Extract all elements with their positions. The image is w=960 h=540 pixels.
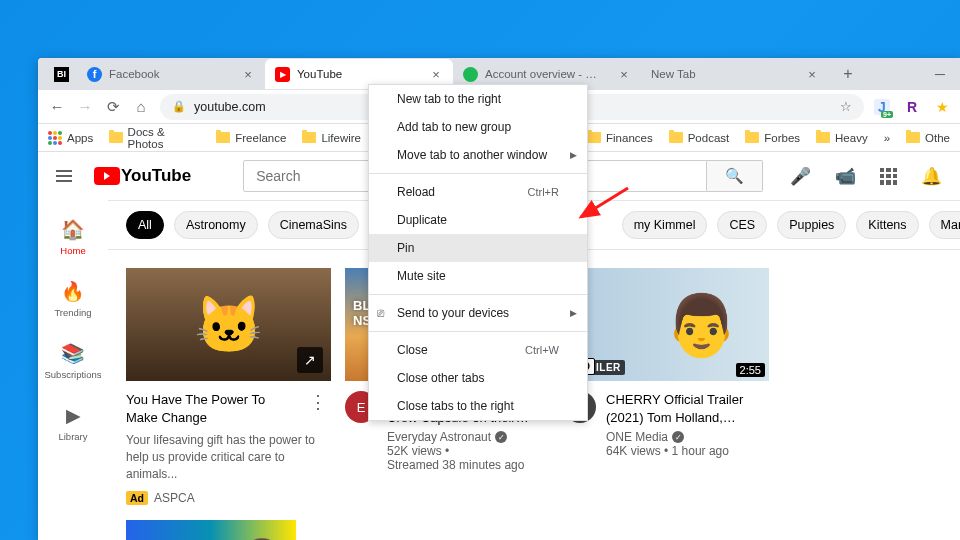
folder-icon [816, 132, 830, 143]
bookmark-apps[interactable]: Apps [48, 131, 93, 145]
filter-chip[interactable]: All [126, 211, 164, 239]
video-thumbnail[interactable]: TRAILER HD 2:55 [564, 268, 769, 381]
trending-icon: 🔥 [61, 280, 85, 303]
bookmark-folder[interactable]: Lifewire [302, 132, 361, 144]
folder-icon [669, 132, 683, 143]
filter-chip[interactable]: Kittens [856, 211, 918, 239]
search-button[interactable]: 🔍 [707, 160, 763, 192]
star-icon[interactable]: ☆ [840, 99, 852, 114]
verified-icon: ✓ [495, 431, 507, 443]
video-thumbnail[interactable]: ↗ [126, 268, 331, 381]
more-icon[interactable]: ⋮ [305, 391, 331, 413]
tab-newtab[interactable]: New Tab × [641, 59, 829, 89]
video-title: You Have The Power To Make Change [126, 391, 299, 426]
lock-icon: 🔒 [172, 100, 186, 113]
video-card[interactable]: TRAILER HD 2:55 O CHERRY Official Traile… [564, 268, 769, 506]
tab-facebook[interactable]: f Facebook × [77, 59, 265, 89]
verified-icon: ✓ [672, 431, 684, 443]
favicon-bi: BI [54, 67, 69, 82]
sidebar-item-home[interactable]: 🏠Home [38, 206, 108, 268]
filter-chip[interactable]: CES [717, 211, 767, 239]
bookmark-folder[interactable]: Forbes [745, 132, 800, 144]
filter-chip[interactable]: CinemaSins [268, 211, 359, 239]
filter-chip[interactable]: my Kimmel [622, 211, 708, 239]
filter-chip[interactable]: Marvel Cinemat [929, 211, 960, 239]
close-icon[interactable]: × [241, 67, 255, 81]
video-meta: 52K views • [387, 444, 550, 458]
close-icon[interactable]: × [429, 67, 443, 81]
ctx-pin[interactable]: Pin [369, 234, 587, 262]
sidebar-item-subscriptions[interactable]: 📚Subscriptions [38, 330, 108, 392]
bookmark-folder[interactable]: Othe [906, 132, 950, 144]
folder-icon [745, 132, 759, 143]
ctx-new-tab-right[interactable]: New tab to the right [369, 85, 587, 113]
voice-search-icon[interactable]: 🎤 [790, 166, 811, 187]
apps-grid-icon[interactable] [880, 168, 897, 185]
ctx-close[interactable]: CloseCtrl+W [369, 336, 587, 364]
filter-chip[interactable]: Puppies [777, 211, 846, 239]
home-icon: 🏠 [61, 218, 85, 241]
ctx-move-window[interactable]: Move tab to another window▶ [369, 141, 587, 169]
folder-icon [109, 132, 122, 143]
ctx-mute[interactable]: Mute site [369, 262, 587, 290]
bookmarks-overflow[interactable]: » [884, 132, 890, 144]
separator [369, 173, 587, 174]
bookmark-folder[interactable]: Docs & Photos [109, 126, 200, 150]
back-button[interactable]: ← [48, 98, 66, 116]
ctx-reload[interactable]: ReloadCtrl+R [369, 178, 587, 206]
separator [369, 331, 587, 332]
external-link-icon: ↗ [297, 347, 323, 373]
separator [369, 294, 587, 295]
ctx-send-devices[interactable]: ⎚Send to your devices▶ [369, 299, 587, 327]
youtube-logo[interactable]: YouTube [94, 166, 191, 186]
ad-description: Your lifesaving gift has the power to he… [126, 432, 331, 482]
sidebar-item-library[interactable]: ▶Library [38, 392, 108, 454]
reload-button[interactable]: ⟳ [104, 98, 122, 116]
bookmark-folder[interactable]: Podcast [669, 132, 730, 144]
video-meta: 64K views • 1 hour ago [606, 444, 769, 458]
ctx-add-to-group[interactable]: Add tab to new group [369, 113, 587, 141]
tab-title: New Tab [651, 68, 696, 80]
channel-name[interactable]: Everyday Astronaut✓ [387, 430, 550, 444]
favicon-facebook: f [87, 67, 102, 82]
video-meta: Streamed 38 minutes ago [387, 458, 550, 472]
duration-badge: 2:55 [736, 363, 765, 377]
url-text: youtube.com [194, 100, 266, 114]
extension-icon[interactable]: J9+ [874, 99, 890, 115]
video-card[interactable]: L Incitement: Is the Presiden Guilty of … [126, 520, 296, 540]
close-icon[interactable]: × [617, 67, 631, 81]
favicon-spotify [463, 67, 478, 82]
extension-icon-star[interactable]: ★ [934, 99, 950, 115]
notifications-icon[interactable]: 🔔 [921, 166, 942, 187]
ctx-close-right[interactable]: Close tabs to the right [369, 392, 587, 420]
video-card[interactable]: ↗ You Have The Power To Make Change ⋮ Yo… [126, 268, 331, 506]
chevron-right-icon: ▶ [570, 150, 577, 160]
channel-name[interactable]: ONE Media✓ [606, 430, 769, 444]
sidebar-item-trending[interactable]: 🔥Trending [38, 268, 108, 330]
ctx-duplicate[interactable]: Duplicate [369, 206, 587, 234]
minimize-button[interactable]: ─ [920, 58, 960, 90]
tab-title: Account overview - Spotify [485, 68, 600, 80]
forward-button[interactable]: → [76, 98, 94, 116]
menu-icon[interactable] [56, 170, 72, 182]
bookmark-folder[interactable]: Freelance [216, 132, 286, 144]
video-title: CHERRY Official Trailer (2021) Tom Holla… [606, 391, 769, 426]
folder-icon [906, 132, 920, 143]
create-icon[interactable]: 📹 [835, 166, 856, 187]
bookmark-folder[interactable]: Finances [587, 132, 653, 144]
subscriptions-icon: 📚 [61, 342, 85, 365]
tab-context-menu: New tab to the right Add tab to new grou… [368, 84, 588, 421]
tab-bi[interactable]: BI [46, 59, 77, 89]
new-tab-button[interactable]: + [835, 61, 861, 87]
extension-icon-r[interactable]: R [904, 99, 920, 115]
tab-title: YouTube [297, 68, 342, 80]
video-thumbnail[interactable] [126, 520, 296, 540]
ctx-close-other[interactable]: Close other tabs [369, 364, 587, 392]
favicon-youtube: ▶ [275, 67, 290, 82]
tab-title: Facebook [109, 68, 160, 80]
close-icon[interactable]: × [805, 67, 819, 81]
bookmark-folder[interactable]: Heavy [816, 132, 868, 144]
chevron-right-icon: ▶ [570, 308, 577, 318]
home-button[interactable]: ⌂ [132, 98, 150, 116]
filter-chip[interactable]: Astronomy [174, 211, 258, 239]
